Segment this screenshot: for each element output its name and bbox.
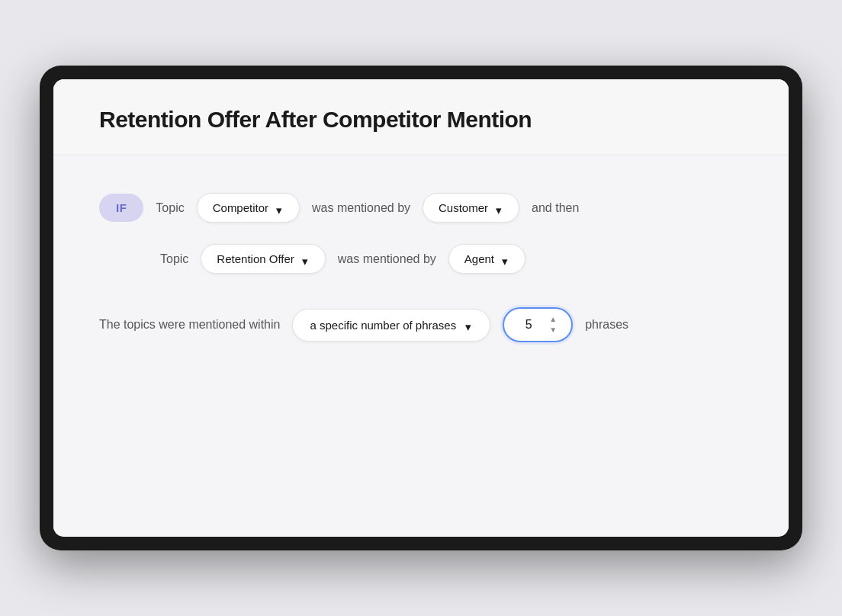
rule-row-1: IF Topic Competitor ▾ was mentioned by C… bbox=[99, 193, 743, 223]
rule-row-2: Topic Retention Offer ▾ was mentioned by… bbox=[99, 244, 743, 274]
speaker-dropdown-2[interactable]: Agent ▾ bbox=[448, 244, 525, 274]
mentioned-by-label-2: was mentioned by bbox=[338, 252, 436, 266]
chevron-down-icon-5: ▾ bbox=[464, 320, 473, 329]
speaker-dropdown-1[interactable]: Customer ▾ bbox=[423, 193, 519, 223]
page-header: Retention Offer After Competitor Mention bbox=[53, 79, 789, 155]
topic-value-1: Competitor bbox=[213, 201, 268, 214]
topic-value-2: Retention Offer bbox=[217, 252, 294, 265]
stepper-buttons: ▲ ▼ bbox=[547, 315, 559, 335]
speaker-value-2: Agent bbox=[464, 252, 494, 265]
chevron-down-icon-2: ▾ bbox=[494, 204, 503, 213]
connector-label: and then bbox=[532, 201, 579, 215]
chevron-down-icon-3: ▾ bbox=[300, 255, 310, 264]
chevron-down-icon: ▾ bbox=[275, 204, 284, 213]
stepper-up-button[interactable]: ▲ bbox=[547, 315, 559, 324]
topic-dropdown-2[interactable]: Retention Offer ▾ bbox=[201, 244, 325, 274]
proximity-prefix-label: The topics were mentioned within bbox=[99, 318, 280, 332]
proximity-type-value: a specific number of phrases bbox=[310, 319, 456, 332]
page-title: Retention Offer After Competitor Mention bbox=[99, 107, 743, 133]
topic-label-1: Topic bbox=[156, 201, 184, 215]
number-input-container: ▲ ▼ bbox=[503, 307, 573, 342]
device-frame: Retention Offer After Competitor Mention… bbox=[40, 66, 802, 550]
proximity-row: The topics were mentioned within a speci… bbox=[99, 307, 743, 342]
proximity-type-dropdown[interactable]: a specific number of phrases ▾ bbox=[292, 309, 490, 342]
phrases-count-input[interactable] bbox=[516, 318, 541, 332]
topic-label-2: Topic bbox=[160, 252, 188, 266]
if-badge: IF bbox=[99, 194, 143, 222]
speaker-value-1: Customer bbox=[439, 201, 488, 214]
mentioned-by-label-1: was mentioned by bbox=[312, 201, 410, 215]
stepper-down-button[interactable]: ▼ bbox=[547, 326, 559, 335]
screen: Retention Offer After Competitor Mention… bbox=[53, 79, 789, 537]
phrases-suffix-label: phrases bbox=[585, 318, 628, 332]
chevron-down-icon-4: ▾ bbox=[500, 255, 509, 264]
rule-section: IF Topic Competitor ▾ was mentioned by C… bbox=[99, 193, 743, 342]
topic-dropdown-1[interactable]: Competitor ▾ bbox=[197, 193, 300, 223]
page-content: IF Topic Competitor ▾ was mentioned by C… bbox=[53, 155, 789, 536]
